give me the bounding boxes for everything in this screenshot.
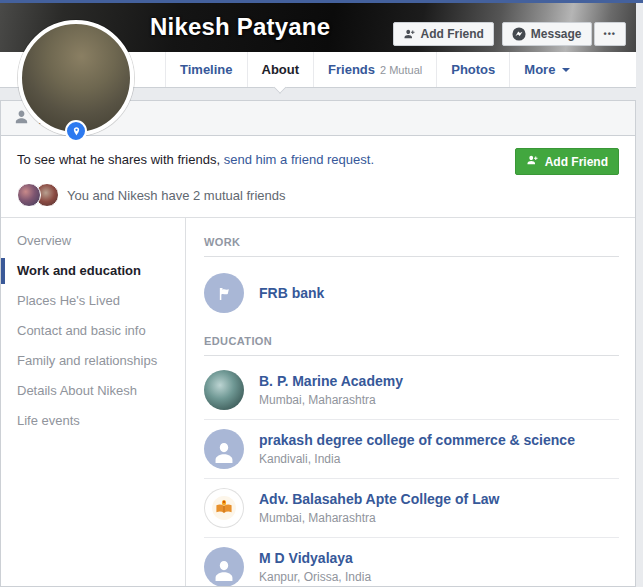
sidebar-item-details-about[interactable]: Details About Nikesh	[1, 376, 185, 406]
mutual-friends-badge: 2 Mutual	[380, 64, 422, 76]
education-entry-location: Kanpur, Orissa, India	[259, 570, 371, 584]
about-sidebar: Overview Work and education Places He's …	[1, 218, 186, 586]
tab-photos-label: Photos	[451, 62, 495, 77]
profile-tab-bar: Timeline About Friends 2 Mutual Photos M…	[0, 52, 636, 88]
about-card: About To see what he shares with friends…	[0, 100, 636, 587]
sidebar-item-label: Work and education	[17, 263, 141, 278]
add-friend-green-label: Add Friend	[545, 155, 608, 169]
sidebar-item-label: Details About Nikesh	[17, 383, 137, 398]
chevron-down-icon	[562, 68, 570, 72]
sidebar-item-overview[interactable]: Overview	[1, 226, 185, 256]
tab-about[interactable]: About	[247, 52, 314, 87]
add-friend-green-button[interactable]: Add Friend	[515, 148, 619, 175]
college-logo-avatar[interactable]	[204, 488, 244, 528]
work-entry: FRB bank	[204, 257, 619, 323]
education-entry: prakash degree college of commerce & sci…	[204, 420, 619, 479]
sidebar-item-label: Life events	[17, 413, 80, 428]
sidebar-item-family-relationships[interactable]: Family and relationships	[1, 346, 185, 376]
person-avatar[interactable]	[204, 547, 244, 586]
tab-about-label: About	[262, 62, 300, 77]
profile-picture[interactable]	[18, 20, 134, 136]
more-options-button[interactable]: •••	[594, 22, 626, 46]
add-friend-icon	[403, 28, 416, 40]
messenger-icon	[512, 27, 526, 41]
education-entry: B. P. Marine Academy Mumbai, Maharashtra	[204, 356, 619, 420]
profile-page: Nikesh Patyane Add Friend Message •••	[0, 3, 636, 587]
message-button[interactable]: Message	[502, 22, 592, 46]
education-entry: M D Vidyalaya Kanpur, Orissa, India	[204, 538, 619, 586]
ellipsis-icon: •••	[604, 30, 616, 39]
message-label: Message	[531, 27, 582, 41]
mutual-friends-text: You and Nikesh have 2 mutual friends	[67, 188, 286, 203]
school-photo-avatar[interactable]	[204, 370, 244, 410]
education-entry-link[interactable]: prakash degree college of commerce & sci…	[259, 432, 575, 449]
cover-action-buttons: Add Friend Message •••	[393, 22, 626, 46]
tab-timeline-label: Timeline	[180, 62, 233, 77]
tab-more[interactable]: More	[509, 52, 584, 87]
profile-name: Nikesh Patyane	[150, 13, 330, 41]
education-entry: Adv. Balasaheb Apte College of Law Mumba…	[204, 479, 619, 538]
sidebar-item-places-lived[interactable]: Places He's Lived	[1, 286, 185, 316]
tab-photos[interactable]: Photos	[436, 52, 509, 87]
tab-timeline[interactable]: Timeline	[165, 52, 247, 87]
send-friend-request-link[interactable]: send him a friend request.	[224, 152, 374, 167]
add-friend-label: Add Friend	[421, 27, 484, 41]
work-entry-link[interactable]: FRB bank	[259, 285, 324, 302]
sidebar-item-label: Contact and basic info	[17, 323, 146, 338]
sidebar-item-label: Overview	[17, 233, 71, 248]
tab-more-label: More	[524, 62, 555, 77]
education-entry-location: Kandivali, India	[259, 452, 575, 466]
education-entry-link[interactable]: M D Vidyalaya	[259, 550, 371, 567]
sidebar-item-contact-basic-info[interactable]: Contact and basic info	[1, 316, 185, 346]
education-entry-link[interactable]: B. P. Marine Academy	[259, 373, 403, 390]
location-pin-badge[interactable]	[65, 120, 87, 142]
education-entry-link[interactable]: Adv. Balasaheb Apte College of Law	[259, 491, 499, 508]
active-indicator	[1, 258, 5, 284]
sidebar-item-work-education[interactable]: Work and education	[1, 256, 185, 286]
sidebar-item-label: Places He's Lived	[17, 293, 120, 308]
add-friend-icon	[526, 154, 539, 169]
add-friend-button[interactable]: Add Friend	[393, 22, 494, 46]
education-entry-location: Mumbai, Maharashtra	[259, 511, 499, 525]
sidebar-item-life-events[interactable]: Life events	[1, 406, 185, 436]
pin-icon	[71, 126, 82, 137]
tab-friends[interactable]: Friends 2 Mutual	[313, 52, 436, 87]
education-entry-location: Mumbai, Maharashtra	[259, 393, 403, 407]
mutual-friend-avatar[interactable]	[17, 183, 41, 207]
sidebar-item-label: Family and relationships	[17, 353, 157, 368]
friend-request-banner: To see what he shares with friends, send…	[1, 136, 635, 218]
tab-friends-label: Friends	[328, 62, 375, 77]
friend-request-text: To see what he shares with friends, send…	[17, 148, 374, 167]
person-avatar[interactable]	[204, 429, 244, 469]
flag-icon[interactable]	[204, 273, 244, 313]
work-education-panel: WORK FRB bank EDUCATION B. P. Marine Aca…	[186, 218, 635, 586]
work-section-header: WORK	[204, 224, 619, 257]
friend-request-text-plain: To see what he shares with friends,	[17, 152, 220, 167]
education-section-header: EDUCATION	[204, 323, 619, 356]
mutual-friends-row: You and Nikesh have 2 mutual friends	[17, 183, 619, 207]
